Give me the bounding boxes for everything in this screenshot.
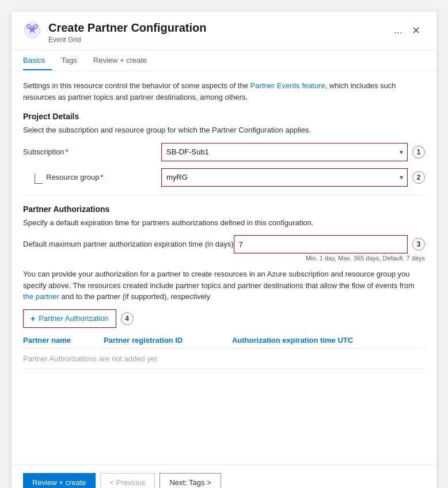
add-partner-button[interactable]: + Partner Authorization xyxy=(23,309,116,328)
project-details-desc: Select the subscription and resource gro… xyxy=(23,124,425,136)
subscription-required: * xyxy=(66,147,69,156)
previous-button[interactable]: < Previous xyxy=(100,473,155,488)
col-auth-expiration: Authorization expiration time UTC xyxy=(232,332,425,349)
empty-message: Partner Authorizations are not added yet xyxy=(23,348,425,369)
days-label: Default maximum partner authorization ex… xyxy=(23,235,234,248)
partner-link[interactable]: the partner xyxy=(23,292,59,301)
resource-group-control-wrap: myRG ▾ xyxy=(161,168,408,187)
panel-close-button[interactable]: ✕ xyxy=(407,22,425,39)
add-partner-badge: 4 xyxy=(121,312,134,325)
plus-icon: + xyxy=(31,314,35,323)
intro-text: Settings in this resource control the be… xyxy=(23,80,425,103)
col-partner-name: Partner name xyxy=(23,332,104,349)
days-row: Default maximum partner authorization ex… xyxy=(23,235,425,262)
add-partner-row: + Partner Authorization 4 xyxy=(23,309,425,328)
project-details-title: Project Details xyxy=(23,112,425,121)
partner-table-header-row: Partner name Partner registration ID Aut… xyxy=(23,332,425,349)
tab-bar: Basics Tags Review + create xyxy=(12,50,436,71)
days-input[interactable] xyxy=(234,235,408,254)
partner-table: Partner name Partner registration ID Aut… xyxy=(23,332,425,369)
subscription-select[interactable]: SB-DF-Sub1 xyxy=(161,143,408,161)
add-partner-label: Partner Authorization xyxy=(39,314,108,323)
resource-group-select[interactable]: myRG xyxy=(161,168,408,187)
panel-menu-button[interactable]: ... xyxy=(389,22,407,39)
partner-auth-desc: Specify a default expiration time for pa… xyxy=(23,217,425,229)
days-input-wrap xyxy=(234,235,408,254)
panel-header: Create Partner Configuration Event Grid … xyxy=(12,12,436,50)
partner-info-text: You can provide your authorization for a… xyxy=(23,268,425,302)
tab-tags[interactable]: Tags xyxy=(61,50,83,70)
resource-group-row: Resource group * myRG ▾ 2 xyxy=(23,168,425,187)
tab-review-create[interactable]: Review + create xyxy=(93,50,154,70)
table-row: Partner Authorizations are not added yet xyxy=(23,348,425,369)
panel-title-group: Create Partner Configuration Event Grid xyxy=(48,21,385,44)
content-area: Settings in this resource control the be… xyxy=(12,71,436,464)
tree-line-icon xyxy=(35,173,43,184)
resource-group-badge: 2 xyxy=(412,171,425,184)
review-create-button[interactable]: Review + create xyxy=(23,473,96,488)
col-partner-reg-id: Partner registration ID xyxy=(104,332,232,349)
subscription-badge: 1 xyxy=(412,146,425,158)
partner-auth-title: Partner Authorizations xyxy=(23,205,425,214)
partner-table-body: Partner Authorizations are not added yet xyxy=(23,348,425,369)
panel-subtitle: Event Grid xyxy=(48,36,385,44)
partner-authorizations-section: Partner Authorizations Specify a default… xyxy=(23,205,425,369)
section-divider xyxy=(23,195,425,195)
main-panel: Create Partner Configuration Event Grid … xyxy=(12,12,436,488)
tab-basics[interactable]: Basics xyxy=(23,50,52,70)
subscription-label: Subscription* xyxy=(23,147,161,156)
subscription-row: Subscription* SB-DF-Sub1 ▾ 1 xyxy=(23,143,425,161)
days-badge: 3 xyxy=(412,238,425,251)
resource-group-label-wrap: Resource group * xyxy=(23,173,161,181)
partner-table-header: Partner name Partner registration ID Aut… xyxy=(23,332,425,349)
resource-group-label: Resource group xyxy=(46,173,100,181)
resource-group-required: * xyxy=(101,173,104,181)
service-icon xyxy=(23,21,41,39)
footer: Review + create < Previous Next: Tags > xyxy=(12,464,436,488)
subscription-control-wrap: SB-DF-Sub1 ▾ xyxy=(161,143,408,161)
days-hint: Min. 1 day, Max. 365 days, Default. 7 da… xyxy=(234,255,425,262)
partner-events-link[interactable]: Partner Events feature xyxy=(250,81,325,90)
panel-title: Create Partner Configuration xyxy=(48,21,385,35)
next-tags-button[interactable]: Next: Tags > xyxy=(160,473,221,488)
